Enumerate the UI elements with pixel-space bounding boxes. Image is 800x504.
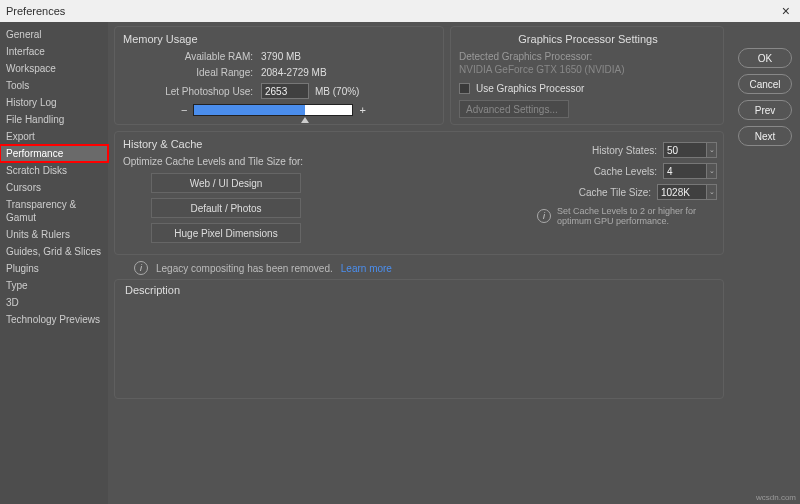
info-icon: i: [537, 209, 551, 223]
chevron-down-icon[interactable]: ⌄: [707, 142, 717, 158]
plus-icon[interactable]: +: [359, 104, 365, 116]
detected-gpu-value: NVIDIA GeForce GTX 1650 (NVIDIA): [459, 64, 717, 75]
description-panel: Description: [114, 279, 724, 399]
chevron-down-icon[interactable]: ⌄: [707, 163, 717, 179]
next-button[interactable]: Next: [738, 126, 792, 146]
close-icon[interactable]: ×: [778, 3, 794, 19]
chevron-down-icon[interactable]: ⌄: [707, 184, 717, 200]
sidebar-item-export[interactable]: Export: [0, 128, 108, 145]
sidebar-item-history-log[interactable]: History Log: [0, 94, 108, 111]
sidebar-item-guides-grid-slices[interactable]: Guides, Grid & Slices: [0, 243, 108, 260]
huge-pixel-dimensions-button[interactable]: Huge Pixel Dimensions: [151, 223, 301, 243]
cancel-button[interactable]: Cancel: [738, 74, 792, 94]
cache-tile-size-label: Cache Tile Size:: [579, 187, 651, 198]
sidebar-item-interface[interactable]: Interface: [0, 43, 108, 60]
description-title: Description: [125, 284, 715, 296]
memory-input[interactable]: [261, 83, 309, 99]
ideal-range-value: 2084-2729 MB: [261, 67, 327, 78]
memory-slider[interactable]: [193, 104, 353, 116]
sidebar-item-general[interactable]: General: [0, 26, 108, 43]
sidebar-item-cursors[interactable]: Cursors: [0, 179, 108, 196]
sidebar-item-tools[interactable]: Tools: [0, 77, 108, 94]
optimize-label: Optimize Cache Levels and Tile Size for:: [123, 156, 451, 167]
sidebar-item-technology-previews[interactable]: Technology Previews: [0, 311, 108, 328]
cache-levels-input[interactable]: 4: [663, 163, 707, 179]
available-ram-value: 3790 MB: [261, 51, 301, 62]
history-cache-panel: History & Cache Optimize Cache Levels an…: [114, 131, 724, 255]
prev-button[interactable]: Prev: [738, 100, 792, 120]
history-cache-title: History & Cache: [123, 138, 451, 150]
use-gpu-label: Use Graphics Processor: [476, 83, 584, 94]
info-icon: i: [134, 261, 148, 275]
cache-levels-label: Cache Levels:: [594, 166, 657, 177]
learn-more-link[interactable]: Learn more: [341, 263, 392, 274]
history-states-input[interactable]: 50: [663, 142, 707, 158]
sidebar-item-scratch-disks[interactable]: Scratch Disks: [0, 162, 108, 179]
sidebar: General Interface Workspace Tools Histor…: [0, 22, 108, 504]
ideal-range-label: Ideal Range:: [121, 67, 261, 78]
slider-handle-icon[interactable]: [301, 117, 309, 123]
memory-usage-panel: Memory Usage Available RAM:3790 MB Ideal…: [114, 26, 444, 125]
sidebar-item-performance[interactable]: Performance: [0, 145, 108, 162]
memory-unit: MB (70%): [315, 86, 359, 97]
window-title: Preferences: [6, 5, 65, 17]
memory-usage-title: Memory Usage: [123, 33, 437, 45]
cache-hint: Set Cache Levels to 2 or higher for opti…: [557, 206, 717, 226]
default-photos-button[interactable]: Default / Photos: [151, 198, 301, 218]
use-gpu-checkbox[interactable]: [459, 83, 470, 94]
titlebar: Preferences ×: [0, 0, 800, 22]
sidebar-item-workspace[interactable]: Workspace: [0, 60, 108, 77]
graphics-processor-panel: Graphics Processor Settings Detected Gra…: [450, 26, 724, 125]
sidebar-item-type[interactable]: Type: [0, 277, 108, 294]
detected-gpu-label: Detected Graphics Processor:: [459, 51, 717, 62]
sidebar-item-transparency-gamut[interactable]: Transparency & Gamut: [0, 196, 108, 226]
watermark: wcsdn.com: [756, 493, 796, 502]
advanced-settings-button[interactable]: Advanced Settings...: [459, 100, 569, 118]
web-ui-design-button[interactable]: Web / UI Design: [151, 173, 301, 193]
sidebar-item-plugins[interactable]: Plugins: [0, 260, 108, 277]
gpu-title: Graphics Processor Settings: [459, 33, 717, 45]
sidebar-item-units-rulers[interactable]: Units & Rulers: [0, 226, 108, 243]
history-states-label: History States:: [592, 145, 657, 156]
available-ram-label: Available RAM:: [121, 51, 261, 62]
sidebar-item-3d[interactable]: 3D: [0, 294, 108, 311]
minus-icon[interactable]: −: [181, 104, 187, 116]
ok-button[interactable]: OK: [738, 48, 792, 68]
sidebar-item-file-handling[interactable]: File Handling: [0, 111, 108, 128]
let-photoshop-use-label: Let Photoshop Use:: [121, 86, 261, 97]
cache-tile-size-input[interactable]: 1028K: [657, 184, 707, 200]
legacy-compositing-text: Legacy compositing has been removed.: [156, 263, 333, 274]
